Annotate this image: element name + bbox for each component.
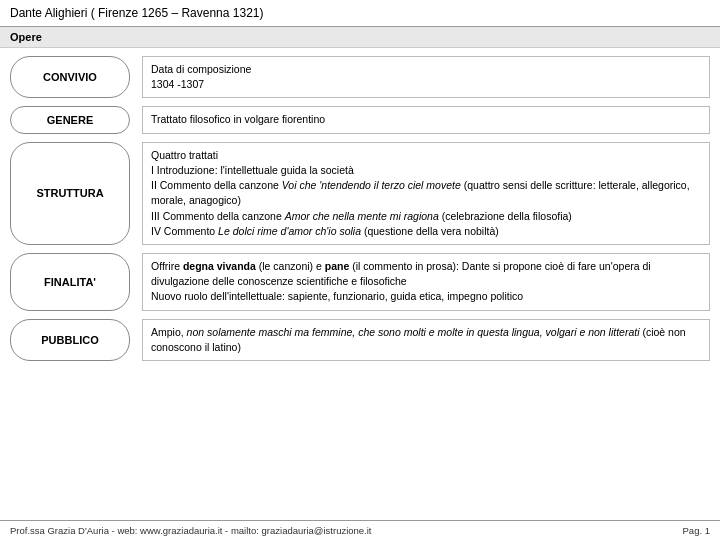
table-row: STRUTTURAQuattro trattatiI Introduzione:… (10, 142, 710, 245)
table-row: FINALITA'Offrire degna vivanda (le canzo… (10, 253, 710, 311)
header: Dante Alighieri ( Firenze 1265 – Ravenna… (0, 0, 720, 27)
row-label: FINALITA' (10, 253, 130, 311)
header-title: Dante Alighieri ( Firenze 1265 – Ravenna… (10, 6, 264, 20)
row-label: CONVIVIO (10, 56, 130, 98)
row-label: STRUTTURA (10, 142, 130, 245)
row-content: Trattato filosofico in volgare fiorentin… (142, 106, 710, 133)
main-content: CONVIVIOData di composizione1304 -1307GE… (0, 48, 720, 397)
section-label: Opere (0, 27, 720, 48)
table-row: GENERETrattato filosofico in volgare fio… (10, 106, 710, 133)
row-label: GENERE (10, 106, 130, 133)
row-content: Ampio, non solamente maschi ma femmine, … (142, 319, 710, 361)
footer: Prof.ssa Grazia D'Auria - web: www.grazi… (0, 520, 720, 540)
table-row: CONVIVIOData di composizione1304 -1307 (10, 56, 710, 98)
row-label: PUBBLICO (10, 319, 130, 361)
table-row: PUBBLICOAmpio, non solamente maschi ma f… (10, 319, 710, 361)
row-content: Data di composizione1304 -1307 (142, 56, 710, 98)
footer-left: Prof.ssa Grazia D'Auria - web: www.grazi… (10, 525, 372, 536)
row-content: Quattro trattatiI Introduzione: l'intell… (142, 142, 710, 245)
footer-right: Pag. 1 (683, 525, 710, 536)
row-content: Offrire degna vivanda (le canzoni) e pan… (142, 253, 710, 311)
